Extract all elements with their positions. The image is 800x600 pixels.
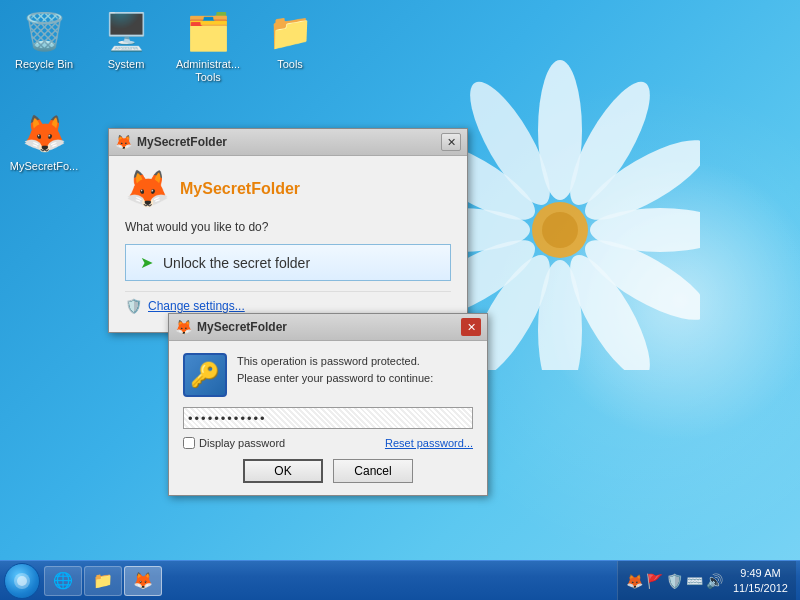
password-input[interactable] [183,407,473,429]
admin-tools-icon[interactable]: 🗂️ Administrat...Tools [172,8,244,84]
taskbar: 🌐 📁 🦊 🦊 🚩 🛡️ ⌨️ 🔊 9:49 AM 11/15/2012 [0,560,800,600]
main-dialog-app-title: MySecretFolder [180,180,300,198]
tools-label: Tools [277,58,303,71]
password-dialog-close-button[interactable]: ✕ [461,318,481,336]
password-header: 🔑 This operation is password protected. … [183,353,473,397]
tray-icon-fox[interactable]: 🦊 [626,573,643,589]
dialog-buttons: OK Cancel [183,459,473,483]
tray-icon-keyboard[interactable]: ⌨️ [686,573,703,589]
tray-icons: 🦊 🚩 🛡️ ⌨️ 🔊 [626,573,723,589]
desktop-icons-top: 🗑️ Recycle Bin 🖥️ System 🗂️ Administrat.… [8,8,326,84]
main-dialog-content: 🦊 MySecretFolder What would you like to … [109,156,467,332]
password-dialog-titlebar: 🦊 MySecretFolder ✕ [169,314,487,341]
display-password-checkbox[interactable] [183,437,195,449]
password-description-line1: This operation is password protected. [237,355,420,367]
taskbar-items: 🌐 📁 🦊 [44,566,617,596]
svg-point-15 [17,576,27,586]
display-password-label[interactable]: Display password [183,437,285,449]
password-dialog-content: 🔑 This operation is password protected. … [169,341,487,495]
main-dialog-title: MySecretFolder [137,135,441,149]
tools-icon[interactable]: 📁 Tools [254,8,326,84]
password-dialog-title-icon: 🦊 [175,319,191,335]
system-icon[interactable]: 🖥️ System [90,8,162,84]
system-tray: 🦊 🚩 🛡️ ⌨️ 🔊 9:49 AM 11/15/2012 [617,561,796,600]
tray-icon-shield[interactable]: 🛡️ [666,573,683,589]
password-description-line2: Please enter your password to continue: [237,372,433,384]
system-clock[interactable]: 9:49 AM 11/15/2012 [733,566,788,595]
ok-button[interactable]: OK [243,459,323,483]
ie-icon: 🌐 [53,571,73,590]
taskbar-item-mysecretfolder[interactable]: 🦊 [124,566,162,596]
taskbar-item-explorer[interactable]: 📁 [84,566,122,596]
settings-shield-icon: 🛡️ [125,298,142,314]
main-dialog-header: 🦊 MySecretFolder [125,168,451,210]
unlock-folder-button[interactable]: ➤ Unlock the secret folder [125,244,451,281]
change-settings-link[interactable]: Change settings... [148,299,245,313]
recycle-bin-label: Recycle Bin [15,58,73,71]
mysecretfolder-taskbar-icon: 🦊 [133,571,153,590]
main-dialog-titlebar: 🦊 MySecretFolder ✕ [109,129,467,156]
main-dialog-close-button[interactable]: ✕ [441,133,461,151]
main-dialog-subtitle: What would you like to do? [125,220,451,234]
tray-icon-volume[interactable]: 🔊 [706,573,723,589]
admin-tools-label: Administrat...Tools [176,58,240,84]
cancel-button[interactable]: Cancel [333,459,413,483]
desktop-icons-left: 🦊 MySecretFo... [8,110,80,173]
unlock-label: Unlock the secret folder [163,255,310,271]
password-header-text: This operation is password protected. Pl… [237,353,433,386]
mysecretfolder-desktop-icon[interactable]: 🦊 MySecretFo... [8,110,80,173]
main-dialog-title-icon: 🦊 [115,134,131,150]
system-label: System [108,58,145,71]
clock-date: 11/15/2012 [733,581,788,595]
start-button[interactable] [4,563,40,599]
unlock-arrow-icon: ➤ [140,253,153,272]
password-dialog: 🦊 MySecretFolder ✕ 🔑 This operation is p… [168,313,488,496]
checkbox-row: Display password Reset password... [183,437,473,449]
main-dialog: 🦊 MySecretFolder ✕ 🦊 MySecretFolder What… [108,128,468,333]
display-password-text: Display password [199,437,285,449]
recycle-bin-icon[interactable]: 🗑️ Recycle Bin [8,8,80,84]
tray-icon-flag[interactable]: 🚩 [646,573,663,589]
taskbar-item-ie[interactable]: 🌐 [44,566,82,596]
mysecretfolder-desktop-label: MySecretFo... [10,160,78,173]
explorer-icon: 📁 [93,571,113,590]
password-field-row [183,407,473,429]
password-dialog-title: MySecretFolder [197,320,461,334]
windows-logo-icon [12,571,32,591]
clock-time: 9:49 AM [740,566,780,580]
reset-password-link[interactable]: Reset password... [385,437,473,449]
main-dialog-app-icon: 🦊 [125,168,170,210]
key-icon: 🔑 [183,353,227,397]
